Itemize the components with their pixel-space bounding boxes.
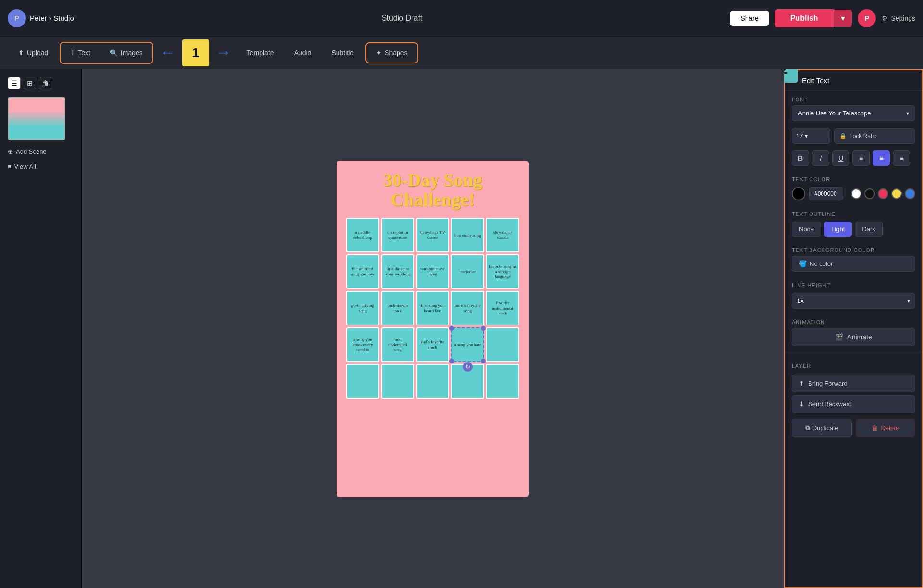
delete-label: Delete (881, 425, 899, 432)
bingo-cell-10[interactable]: go-to driving song (346, 291, 379, 325)
preset-blue[interactable] (905, 188, 915, 199)
bingo-cell-7[interactable]: workout must-have (416, 254, 449, 289)
color-swatch-black[interactable] (792, 187, 805, 200)
bingo-cell-8[interactable]: tearjerker (451, 254, 484, 289)
bold-button[interactable]: B (792, 150, 809, 166)
preset-white[interactable] (851, 188, 861, 199)
line-height-selector[interactable]: 1x ▾ (792, 293, 915, 309)
rotate-handle[interactable]: ↻ (463, 362, 473, 372)
outline-light-button[interactable]: Light (824, 222, 852, 237)
align-right-button[interactable]: ≡ (893, 150, 910, 166)
user-avatar-top: P (8, 9, 26, 27)
bingo-cell-13[interactable]: mom's favorite song (451, 291, 484, 325)
bingo-cell-19[interactable] (486, 327, 519, 362)
lock-ratio-button[interactable]: 🔒 Lock Ratio (834, 128, 915, 144)
bingo-cell-14[interactable]: favorite instrumental track (486, 291, 519, 325)
images-label: Images (121, 49, 143, 57)
list-icon: ≡ (8, 163, 12, 170)
color-hex-input[interactable]: #000000 (809, 187, 843, 200)
bingo-cell-0[interactable]: a middle school bop (346, 218, 379, 252)
grid-view-button[interactable]: ⊞ (24, 77, 36, 89)
shapes-button[interactable]: ✦ Shapes (367, 44, 416, 62)
preset-black[interactable] (864, 188, 875, 199)
bingo-cell-1[interactable]: on repeat in quarantine (381, 218, 414, 252)
outline-dark-button[interactable]: Dark (855, 222, 882, 237)
subtitle-button[interactable]: Subtitle (323, 44, 362, 62)
text-color-section-label: TEXT COLOR (784, 171, 923, 185)
scene-thumbnail[interactable] (8, 97, 65, 140)
italic-button[interactable]: I (812, 150, 829, 166)
step1-badge: 1 (182, 39, 209, 66)
publish-button[interactable]: Publish (775, 9, 834, 27)
line-height-row: 1x ▾ (784, 291, 923, 313)
delete-scene-button[interactable]: 🗑 (39, 77, 52, 89)
bingo-cell-17[interactable]: dad's favorite track (416, 327, 449, 362)
bingo-cell-4[interactable]: slow dance classic (486, 218, 519, 252)
bingo-cell-11[interactable]: pick-me-up track (381, 291, 414, 325)
upload-label: Upload (27, 49, 48, 57)
bingo-cell-20[interactable] (346, 364, 379, 399)
share-button[interactable]: Share (730, 11, 769, 26)
no-color-button[interactable]: 🪣 No color (792, 256, 915, 272)
canvas-card[interactable]: 30-Day Song Challenge! a middle school b… (337, 161, 529, 497)
duplicate-button[interactable]: ⧉ Duplicate (792, 419, 852, 437)
thumbnail-container (4, 95, 77, 142)
view-all-button[interactable]: ≡ View All (4, 161, 77, 172)
align-center-button[interactable]: ≡ (873, 150, 890, 166)
drag-handle-bl[interactable] (449, 359, 454, 363)
settings-button[interactable]: ⚙ Settings (882, 14, 915, 22)
font-selector[interactable]: Annie Use Your Telescope ▾ (792, 105, 915, 121)
bingo-cell-18[interactable]: a song you hate ↻ (451, 327, 484, 362)
gear-icon: ⚙ (882, 14, 888, 22)
format-row: B I U ≡ ≡ ≡ (784, 149, 923, 171)
send-backward-button[interactable]: ⬇ Send Backward (792, 395, 915, 413)
bingo-cell-15[interactable]: a song you know every word to (346, 327, 379, 362)
line-chevron-icon: ▾ (907, 298, 910, 304)
bring-forward-icon: ⬆ (799, 380, 804, 387)
breadcrumb-separator: › (49, 14, 51, 22)
publish-dropdown-button[interactable]: ▼ (834, 10, 852, 27)
add-scene-button[interactable]: ⊕ Add Scene (4, 146, 77, 157)
bingo-cell-3[interactable]: best study song (451, 218, 484, 252)
bingo-cell-9[interactable]: favorite song in a foreign language (486, 254, 519, 289)
images-button[interactable]: 🔍 Images (101, 44, 151, 62)
bingo-cell-22[interactable] (416, 364, 449, 399)
bingo-cell-21[interactable] (381, 364, 414, 399)
duplicate-icon: ⧉ (805, 424, 810, 432)
audio-button[interactable]: Audio (286, 44, 320, 62)
bingo-cell-24[interactable] (486, 364, 519, 399)
outline-none-button[interactable]: None (792, 222, 821, 237)
bring-forward-button[interactable]: ⬆ Bring Forward (792, 375, 915, 392)
bingo-grid: a middle school bop on repeat in quarant… (346, 218, 519, 399)
drag-handle-tl[interactable] (449, 326, 454, 331)
font-size-value: 17 (796, 132, 803, 139)
bingo-cell-16[interactable]: most underrated song (381, 327, 414, 362)
drag-handle-tr[interactable] (481, 326, 486, 331)
main-layout: ☰ ⊞ 🗑 ⊕ Add Scene ≡ View All 30-Day Song… (0, 69, 923, 588)
bingo-cell-5[interactable]: the weirdest song you love (346, 254, 379, 289)
underline-button[interactable]: U (832, 150, 849, 166)
shapes-label: Shapes (385, 49, 407, 57)
bingo-cell-6[interactable]: first dance at your wedding (381, 254, 414, 289)
preset-yellow[interactable] (891, 188, 902, 199)
studio-label[interactable]: Studio (53, 14, 74, 22)
drag-handle-br[interactable] (481, 359, 486, 363)
text-button[interactable]: T Text (62, 44, 99, 62)
animate-button[interactable]: 🎬 Animate (792, 328, 915, 346)
duplicate-label: Duplicate (812, 425, 838, 432)
bingo-cell-2[interactable]: throwback TV theme (416, 218, 449, 252)
step2-badge: 2 (784, 69, 798, 83)
shapes-group: ✦ Shapes (365, 42, 418, 63)
upload-button[interactable]: ⬆ Upload (10, 44, 57, 62)
user-name[interactable]: Peter (30, 14, 47, 22)
align-left-button[interactable]: ≡ (852, 150, 870, 166)
bingo-cell-12[interactable]: first song you heard live (416, 291, 449, 325)
delete-button[interactable]: 🗑 Delete (856, 419, 916, 437)
delete-row: ⧉ Duplicate 🗑 Delete (784, 416, 923, 440)
preset-red[interactable] (878, 188, 888, 199)
breadcrumb: Peter › Studio (30, 14, 74, 22)
font-size-selector[interactable]: 17 ▾ (792, 128, 830, 144)
template-button[interactable]: Template (238, 44, 283, 62)
plus-icon: ⊕ (8, 148, 13, 155)
list-view-button[interactable]: ☰ (8, 77, 21, 89)
